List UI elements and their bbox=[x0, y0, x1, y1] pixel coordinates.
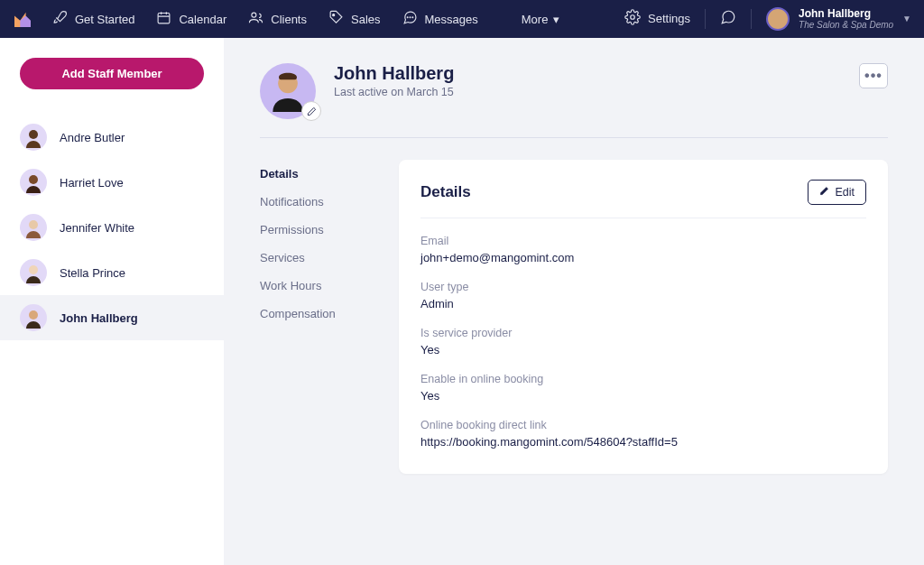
chevron-down-icon: ▾ bbox=[553, 13, 559, 26]
nav-sales[interactable]: Sales bbox=[328, 10, 381, 28]
staff-item-jennifer[interactable]: Jennifer White bbox=[0, 205, 224, 250]
logo[interactable] bbox=[13, 9, 32, 29]
avatar bbox=[766, 7, 790, 31]
nav-label: Clients bbox=[271, 13, 307, 26]
divider bbox=[705, 9, 706, 29]
nav-label: Calendar bbox=[179, 13, 226, 26]
staff-item-andre[interactable]: Andre Butler bbox=[0, 115, 224, 160]
more-actions-button[interactable]: ••• bbox=[859, 63, 888, 88]
nav-settings[interactable]: Settings bbox=[624, 9, 690, 28]
avatar bbox=[20, 214, 47, 241]
field-value: john+demo@mangomint.com bbox=[420, 251, 866, 264]
sidebar: Add Staff Member Andre Butler Harriet Lo… bbox=[0, 38, 224, 565]
rocket-icon bbox=[52, 10, 68, 28]
nav-more[interactable]: More ▾ bbox=[522, 13, 560, 26]
divider bbox=[260, 137, 888, 138]
nav-settings-label: Settings bbox=[648, 12, 690, 25]
staff-name: Harriet Love bbox=[60, 176, 124, 190]
user-name: John Hallberg bbox=[799, 7, 893, 20]
field-label: User type bbox=[420, 281, 866, 293]
field-label: Enable in online booking bbox=[420, 373, 866, 385]
field-value: Yes bbox=[420, 389, 866, 403]
subnav-compensation[interactable]: Compensation bbox=[260, 300, 377, 328]
svg-point-10 bbox=[29, 265, 38, 274]
ellipsis-icon: ••• bbox=[864, 68, 882, 84]
staff-name: Jennifer White bbox=[60, 221, 134, 235]
nav-messages[interactable]: Messages bbox=[402, 10, 478, 28]
details-card: Details Edit Email john+demo@mangomint.c… bbox=[399, 160, 888, 474]
svg-point-4 bbox=[410, 17, 411, 18]
nav-calendar[interactable]: Calendar bbox=[156, 10, 226, 28]
subnav-services[interactable]: Services bbox=[260, 244, 377, 272]
staff-item-john[interactable]: John Hallberg bbox=[0, 295, 224, 340]
clients-icon bbox=[248, 10, 263, 28]
svg-point-1 bbox=[252, 13, 256, 17]
svg-point-9 bbox=[29, 220, 38, 229]
subnav-permissions[interactable]: Permissions bbox=[260, 216, 377, 244]
chat-button[interactable] bbox=[720, 9, 736, 28]
edit-button[interactable]: Edit bbox=[808, 180, 866, 205]
user-company: The Salon & Spa Demo bbox=[799, 20, 893, 31]
subnav-notifications[interactable]: Notifications bbox=[260, 188, 377, 216]
user-menu[interactable]: John Hallberg The Salon & Spa Demo ▼ bbox=[766, 7, 911, 31]
nav-clients[interactable]: Clients bbox=[248, 10, 307, 28]
calendar-icon bbox=[156, 10, 171, 28]
avatar bbox=[20, 259, 47, 286]
svg-rect-0 bbox=[159, 14, 171, 23]
avatar bbox=[20, 169, 47, 196]
svg-point-2 bbox=[333, 14, 335, 16]
pencil-icon bbox=[819, 186, 829, 199]
staff-name: Andre Butler bbox=[60, 131, 125, 144]
main-content: John Hallberg Last active on March 15 ••… bbox=[224, 38, 924, 565]
nav-more-label: More bbox=[522, 13, 549, 26]
field-value: https://booking.mangomint.com/548604?sta… bbox=[420, 435, 866, 449]
nav-get-started[interactable]: Get Started bbox=[52, 10, 134, 28]
svg-point-3 bbox=[407, 17, 408, 18]
field-label: Is service provider bbox=[420, 327, 866, 339]
subnav-work-hours[interactable]: Work Hours bbox=[260, 272, 377, 300]
avatar bbox=[20, 124, 47, 151]
nav-label: Get Started bbox=[75, 13, 134, 26]
field-label: Online booking direct link bbox=[420, 419, 866, 431]
edit-label: Edit bbox=[835, 186, 855, 199]
avatar bbox=[20, 304, 47, 331]
chat-icon bbox=[402, 10, 418, 28]
svg-point-5 bbox=[411, 17, 412, 18]
staff-name: Stella Prince bbox=[60, 266, 125, 280]
last-active: Last active on March 15 bbox=[334, 86, 454, 98]
chevron-down-icon: ▼ bbox=[902, 14, 911, 23]
staff-name: John Hallberg bbox=[60, 311, 138, 325]
card-title: Details bbox=[420, 183, 471, 201]
svg-point-8 bbox=[29, 175, 38, 184]
profile-name: John Hallberg bbox=[334, 63, 454, 84]
subnav-details[interactable]: Details bbox=[260, 160, 377, 188]
edit-avatar-button[interactable] bbox=[301, 101, 321, 121]
svg-point-6 bbox=[631, 15, 635, 20]
tag-icon bbox=[328, 10, 344, 28]
staff-list: Andre Butler Harriet Love Jennifer White… bbox=[0, 115, 224, 340]
nav-label: Sales bbox=[351, 13, 381, 26]
divider bbox=[751, 9, 752, 29]
gear-icon bbox=[624, 9, 641, 28]
staff-item-stella[interactable]: Stella Prince bbox=[0, 250, 224, 295]
svg-point-11 bbox=[29, 310, 38, 320]
nav-label: Messages bbox=[425, 13, 478, 26]
field-value: Admin bbox=[420, 297, 866, 310]
svg-point-7 bbox=[29, 130, 38, 139]
add-staff-button[interactable]: Add Staff Member bbox=[20, 58, 204, 89]
field-label: Email bbox=[420, 235, 866, 247]
top-nav: Get Started Calendar Clients Sales Messa… bbox=[0, 0, 924, 38]
staff-item-harriet[interactable]: Harriet Love bbox=[0, 160, 224, 205]
profile-avatar bbox=[260, 63, 316, 119]
field-value: Yes bbox=[420, 343, 866, 357]
profile-subnav: Details Notifications Permissions Servic… bbox=[260, 160, 377, 474]
